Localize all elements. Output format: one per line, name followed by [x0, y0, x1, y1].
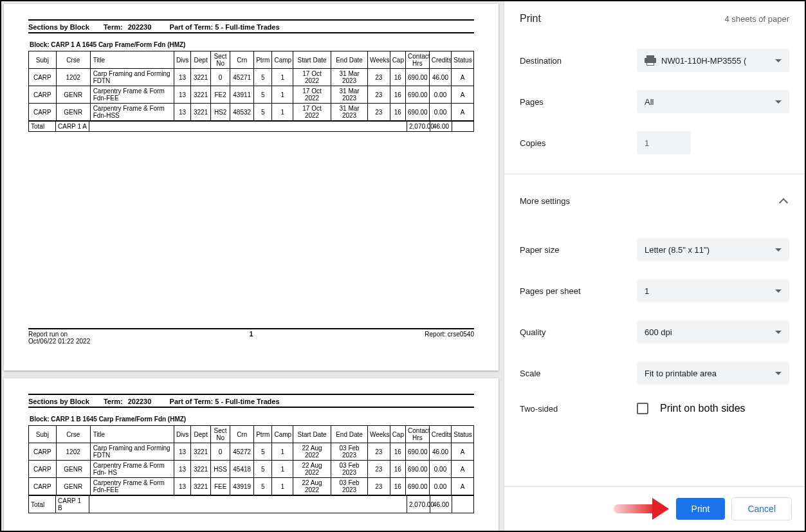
print-settings-panel: Print 4 sheets of paper Destination NW01… — [504, 1, 805, 531]
annotation-arrow-icon — [614, 499, 672, 518]
report-table-2: SubjCrseTitleDivsDeptSect NoCrnPtrmCampS… — [28, 425, 474, 495]
cancel-button[interactable]: Cancel — [731, 497, 792, 520]
dropdown-arrow-icon — [775, 289, 782, 293]
more-settings-toggle[interactable]: More settings — [504, 185, 805, 217]
dialog-footer: Print Cancel — [504, 486, 805, 531]
term-value: 202230 — [128, 23, 152, 31]
paper-size-label: Paper size — [520, 245, 637, 255]
pages-per-sheet-select[interactable]: 1 — [637, 279, 789, 302]
chevron-up-icon — [779, 197, 788, 206]
table-row: CARPGENRCarpentry Frame & Form Fdn- HS13… — [29, 461, 474, 478]
copies-label: Copies — [520, 138, 637, 148]
scale-label: Scale — [520, 369, 637, 378]
dropdown-arrow-icon — [775, 331, 782, 334]
sheet-count: 4 sheets of paper — [725, 14, 789, 24]
table-row: CARP1202Carp Framing and Forming FDTN133… — [29, 443, 474, 461]
print-preview-pane[interactable]: Sections by Block Term: 202230 Part of T… — [1, 1, 504, 531]
part-of-term: Part of Term: 5 - Full-time Trades — [170, 23, 280, 31]
dropdown-arrow-icon — [775, 248, 782, 252]
destination-label: Destination — [520, 56, 637, 66]
table-row: CARPGENRCarpentry Frame & Form Fdn-FEE13… — [29, 86, 474, 104]
preview-page-2: Sections by Block Term: 202230 Part of T… — [4, 378, 499, 531]
destination-select[interactable]: NW01-110H-MP3555 ( — [637, 49, 789, 72]
quality-select[interactable]: 600 dpi — [637, 320, 789, 344]
report-table-1: SubjCrseTitleDivsDeptSect NoCrnPtrmCampS… — [28, 51, 474, 121]
term-label: Term: — [104, 23, 123, 31]
two-sided-label: Two-sided — [520, 404, 637, 414]
preview-page-1: Sections by Block Term: 202230 Part of T… — [4, 4, 499, 371]
block-label: Block: CARP 1 A 1645 Carp Frame/Form Fdn… — [28, 41, 474, 48]
table-row: CARP1202Carp Framing and Forming FDTN133… — [29, 69, 474, 86]
table-row: CARPGENRCarpentry Frame & Form Fdn-HSS13… — [29, 104, 474, 121]
dropdown-arrow-icon — [775, 372, 782, 375]
printer-icon — [645, 55, 656, 66]
copies-input[interactable] — [637, 131, 691, 154]
pages-label: Pages — [520, 97, 637, 107]
table-row: CARPGENRCarpentry Frame & Form Fdn-FEE13… — [29, 478, 474, 495]
paper-size-select[interactable]: Letter (8.5" x 11") — [637, 238, 789, 261]
pages-select[interactable]: All — [637, 90, 789, 113]
pages-per-sheet-label: Pages per sheet — [520, 286, 637, 296]
two-sided-option-label: Print on both sides — [660, 403, 746, 414]
page-footer: Report run onOct/06/22 01:22 2022 1 Repo… — [28, 328, 474, 345]
dropdown-arrow-icon — [775, 59, 782, 62]
print-title: Print — [520, 13, 541, 24]
quality-label: Quality — [520, 327, 637, 337]
sections-by-block: Sections by Block — [28, 23, 89, 31]
two-sided-checkbox[interactable] — [637, 403, 648, 414]
dropdown-arrow-icon — [775, 100, 782, 104]
print-button[interactable]: Print — [676, 498, 726, 520]
scale-select[interactable]: Fit to printable area — [637, 362, 789, 385]
